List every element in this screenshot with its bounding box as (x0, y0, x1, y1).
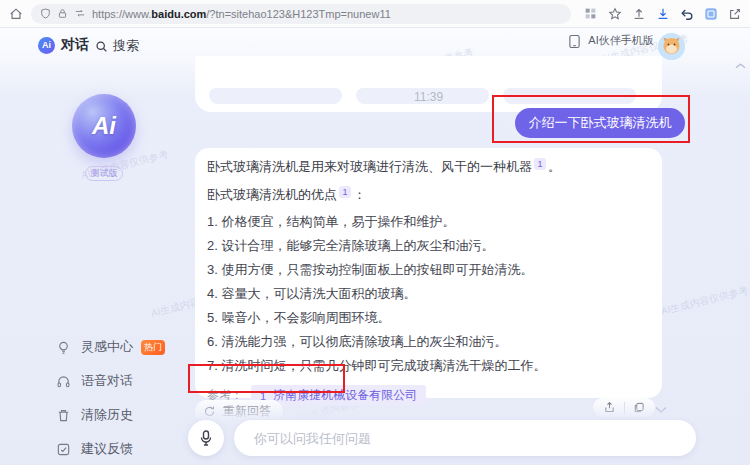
mobile-app-entry[interactable]: AI伙伴手机版 (568, 34, 668, 49)
answer-intro-tail: 。 (548, 159, 561, 174)
swap-arrows-icon (74, 8, 86, 19)
answer-point: 1. 价格便宜，结构简单，易于操作和维护。 (207, 214, 648, 230)
assistant-logo: Ai (72, 94, 136, 158)
ai-badge-icon: Ai (38, 37, 55, 54)
answer-subtitle-tail: ： (353, 187, 366, 202)
sidebar-menu: 灵感中心 热门 语音对话 清除历史 建议反馈 (0, 330, 188, 465)
answer-point: 2. 设计合理，能够完全清除玻璃上的灰尘和油污。 (207, 238, 648, 254)
url-text: https://www.baidu.com/?tn=sitehao123&H12… (92, 8, 391, 20)
trash-icon (56, 408, 71, 423)
beta-badge: 测试版 (85, 166, 123, 181)
answer-point: 4. 容量大，可以清洗大面积的玻璃。 (207, 286, 648, 302)
search-icon (95, 40, 108, 53)
feedback-icon (56, 442, 71, 457)
watermark: AI生成内容仅供参考 (660, 283, 750, 318)
tab-ai-chat[interactable]: Ai 对话 (38, 36, 89, 54)
citation-badge[interactable]: 1 (534, 158, 546, 170)
translate-extension-icon[interactable] (703, 6, 718, 21)
shield-icon (40, 8, 51, 19)
sidebar-item-inspiration[interactable]: 灵感中心 热门 (0, 330, 188, 364)
question-input[interactable] (234, 420, 696, 456)
sidebar-item-label: 灵感中心 (81, 338, 133, 356)
lightbulb-icon (56, 340, 71, 355)
browser-toolbar: https://www.baidu.com/?tn=sitehao123&H12… (0, 0, 750, 28)
answer-point: 6. 清洗能力强，可以彻底清除玻璃上的灰尘和油污。 (207, 334, 648, 350)
answer-intro-text: 卧式玻璃清洗机是用来对玻璃进行清洗、风干的一种机器 (207, 159, 532, 174)
download-icon[interactable] (655, 6, 670, 21)
page-background: AI生成内容仅供参考 AI生成内容仅供参考 AI生成内容仅供参考 AI生成内容仅… (0, 28, 750, 465)
share-extension-icon[interactable] (727, 6, 742, 21)
app-header: Ai 对话 搜索 AI伙伴手机版 (0, 28, 750, 62)
microphone-icon (199, 430, 213, 446)
citation-badge[interactable]: 1 (339, 186, 351, 198)
extension-icons: ABP » (583, 6, 750, 21)
sidebar-item-clear-history[interactable]: 清除历史 (0, 398, 188, 432)
lock-icon (57, 8, 68, 19)
bookmark-star-icon[interactable] (607, 6, 622, 21)
hot-badge: 热门 (141, 340, 165, 355)
answer-point: 5. 噪音小，不会影响周围环境。 (207, 310, 648, 326)
sidebar-item-label: 语音对话 (81, 372, 133, 390)
answer-subtitle-text: 卧式玻璃清洗机的优点 (207, 187, 337, 202)
sidebar-item-label: 清除历史 (81, 406, 133, 424)
app-window: https://www.baidu.com/?tn=sitehao123&H12… (0, 0, 750, 465)
headset-icon (56, 374, 71, 389)
mobile-app-label: AI伙伴手机版 (588, 34, 654, 49)
avatar-cat-icon (658, 33, 685, 60)
home-icon[interactable] (8, 6, 23, 21)
undo-arrow-icon[interactable] (679, 6, 694, 21)
avatar[interactable] (658, 33, 685, 60)
answer-subtitle: 卧式玻璃清洗机的优点1： (207, 186, 648, 203)
collapse-chevron-icon[interactable] (735, 56, 746, 74)
sidebar-item-label: 建议反馈 (81, 440, 133, 458)
phone-icon (568, 34, 581, 49)
answer-intro: 卧式玻璃清洗机是用来对玻璃进行清洗、风干的一种机器1。 (207, 158, 648, 175)
ai-answer-card: 卧式玻璃清洗机是用来对玻璃进行清洗、风干的一种机器1。 卧式玻璃清洗机的优点1：… (195, 148, 662, 398)
sidebar-item-voice-chat[interactable]: 语音对话 (0, 364, 188, 398)
address-bar[interactable]: https://www.baidu.com/?tn=sitehao123&H12… (31, 4, 571, 24)
search-label: 搜索 (113, 37, 139, 55)
answer-point: 3. 使用方便，只需按动控制面板上的按钮即可开始清洗。 (207, 262, 648, 278)
answer-point: 7. 清洗时间短，只需几分钟即可完成玻璃清洗干燥的工作。 (207, 358, 648, 374)
message-timestamp: 11:39 (195, 90, 662, 104)
tab-search[interactable]: 搜索 (95, 37, 139, 55)
fragment-icon[interactable] (583, 6, 598, 21)
brand-label: 对话 (61, 36, 89, 54)
assistant-logo-text: Ai (92, 112, 116, 140)
user-message-bubble: 介绍一下卧式玻璃清洗机 (515, 108, 685, 138)
upload-icon[interactable] (631, 6, 646, 21)
sidebar-item-feedback[interactable]: 建议反馈 (0, 432, 188, 465)
voice-input-button[interactable] (188, 420, 224, 456)
